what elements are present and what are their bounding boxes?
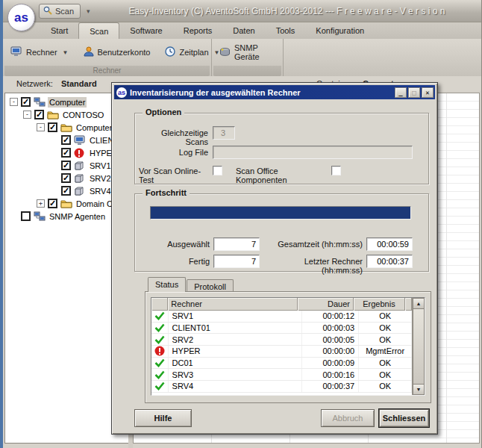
close-button[interactable]: ✕ (422, 87, 434, 98)
network-icon (34, 97, 46, 108)
ribbon-tab-daten[interactable]: Daten (222, 22, 265, 39)
table-header-row: Rechner Dauer Ergebnis (151, 298, 412, 311)
tab-protokoll[interactable]: Protokoll (187, 279, 234, 292)
tree-checkbox[interactable]: ✓ (61, 148, 71, 158)
tree-checkbox[interactable]: ✓ (48, 122, 57, 132)
snmp-geraete-button[interactable]: SNMP Geräte (212, 41, 283, 63)
ok-check-icon (151, 358, 169, 369)
row-ergebnis-cell: OK (359, 369, 412, 380)
ribbon-tab-tools[interactable]: Tools (266, 22, 306, 39)
tree-expander-icon[interactable]: - (37, 123, 45, 131)
tree-item[interactable]: - ✓ Computers (5, 121, 128, 134)
tree-checkbox[interactable]: ✓ (61, 161, 71, 170)
scan-table-row[interactable]: DC01 00:00:09 OK (151, 358, 412, 370)
snmp-devices-icon (219, 47, 231, 58)
row-dauer-cell: 00:00:00 (302, 346, 360, 357)
quick-access-scan-button[interactable]: Scan (39, 4, 81, 19)
dialog-titlebar[interactable]: as Inventarisierung der ausgewählten Rec… (114, 85, 435, 99)
optionen-legend: Optionen (143, 108, 184, 116)
tree-expander-icon[interactable]: - (23, 111, 31, 119)
tree-item[interactable]: ✓ CLIENT01 (5, 134, 128, 146)
tab-status[interactable]: Status (148, 277, 186, 292)
network-icon (34, 211, 46, 222)
maximize-button: □ (408, 87, 420, 98)
row-dauer-cell: 00:00:12 (302, 311, 360, 322)
gleichzeitige-scans-label: Gleichzeitige Scans (139, 128, 208, 146)
tree-checkbox[interactable]: ✓ (61, 173, 71, 183)
ergebnis-column-header[interactable]: Ergebnis (354, 298, 405, 311)
tree-item[interactable]: + ✓ Domain Co (5, 197, 128, 210)
tree-item-label: SRV1 (88, 161, 113, 171)
status-column-header[interactable] (151, 298, 168, 311)
tree-item[interactable]: ✓ SRV4 (5, 184, 128, 197)
computer-icon (74, 135, 86, 146)
scan-table-row[interactable]: SRV4 00:00:37 OK (151, 381, 412, 393)
tree-item[interactable]: SNMP Agenten (5, 210, 128, 223)
tree-item[interactable]: - ✓ Computer (5, 96, 128, 108)
window-titlebar: as Scan ▾ Easy-Inventory (C) AventoSoft … (3, 0, 481, 22)
ribbon-tab-start[interactable]: Start (40, 22, 78, 39)
schliessen-button[interactable]: Schliessen (379, 409, 429, 427)
scan-table-row[interactable]: SRV3 00:00:16 OK (151, 369, 412, 381)
tree-checkbox[interactable]: ✓ (34, 110, 44, 119)
office-komponenten-checkbox[interactable] (331, 166, 341, 175)
fertig-field: 7 (213, 255, 260, 268)
benutzerkonto-button-label: Benutzerkonto (98, 48, 151, 57)
scan-progress-bar (150, 206, 411, 220)
gesamtzeit-field: 00:00:59 (366, 237, 413, 251)
online-test-checkbox[interactable] (213, 166, 222, 175)
snmp-geraete-button-label: SNMP Geräte (234, 43, 275, 61)
benutzerkonto-button[interactable]: Benutzerkonto (76, 41, 158, 63)
ribbon-tab-reports[interactable]: Reports (173, 22, 223, 39)
tree-item-label: SRV2 (88, 173, 113, 184)
computer-tree: - ✓ Computer - ✓ CONTOSO - ✓ Computers ✓… (4, 93, 128, 444)
dauer-column-header[interactable]: Dauer (298, 298, 354, 311)
table-scrollbar[interactable]: ▲ ▼ (412, 298, 425, 395)
tree-expander-icon[interactable]: - (10, 98, 18, 106)
fortschritt-legend: Fortschritt (143, 188, 190, 197)
clock-icon (165, 46, 175, 58)
log-file-label: Log File (139, 148, 208, 157)
row-dauer-cell: 00:00:09 (302, 358, 360, 369)
tree-checkbox[interactable] (21, 211, 31, 221)
tree-expander-icon[interactable]: + (37, 199, 45, 208)
row-dauer-cell: 00:00:05 (302, 334, 360, 345)
ribbon-group-rechner: Rechner ▼ Benutzerkonto Zeitplan ▼ (3, 39, 212, 76)
status-tab-panel: Rechner Dauer Ergebnis SRV1 00:00:12 OK … (145, 291, 431, 403)
tree-checkbox[interactable]: ✓ (48, 199, 57, 208)
tree-item[interactable]: ✓ SRV1 (5, 159, 128, 172)
fortschritt-groupbox: Fortschritt Ausgewählt 7 Gesamtzeit (hh:… (134, 193, 429, 272)
chevron-down-icon: ▼ (63, 49, 69, 56)
hilfe-button[interactable]: Hilfe (134, 409, 192, 427)
scan-table-row[interactable]: SRV2 00:00:05 OK (151, 334, 412, 346)
scan-table-row[interactable]: HYPER 00:00:00 MgmtError (151, 346, 412, 358)
tree-checkbox[interactable]: ✓ (21, 97, 31, 107)
ribbon-tab-scan[interactable]: Scan (78, 22, 119, 39)
tree-item[interactable]: - ✓ CONTOSO (5, 108, 128, 121)
tree-item[interactable]: ✓ SRV2 (5, 172, 128, 184)
rechner-column-header[interactable]: Rechner (168, 298, 298, 311)
computer-icon (10, 46, 22, 58)
row-rechner-cell: SRV4 (169, 381, 302, 392)
ribbon-toolbar: Rechner ▼ Benutzerkonto Zeitplan ▼ (3, 39, 481, 76)
row-ergebnis-cell: MgmtError (359, 346, 412, 357)
rechner-button[interactable]: Rechner ▼ (3, 41, 76, 63)
scan-table-row[interactable]: CLIENT01 00:00:03 OK (151, 323, 412, 335)
ribbon-tab-software[interactable]: Software (119, 22, 172, 39)
scan-table-row[interactable]: SRV1 00:00:12 OK (151, 311, 412, 323)
minimize-button[interactable]: _ (395, 87, 407, 98)
ausgewaehlt-label: Ausgewählt (141, 240, 210, 249)
quick-access-toolbar: Scan ▾ (39, 4, 93, 19)
fertig-label: Fertig (141, 257, 210, 266)
quick-access-dropdown-button[interactable]: ▾ (84, 7, 93, 16)
tree-checkbox[interactable]: ✓ (61, 186, 71, 196)
tree-item[interactable]: ✓ HYPER (5, 146, 128, 159)
scroll-down-arrow-icon[interactable]: ▼ (413, 384, 425, 395)
ribbon-tab-konfiguration[interactable]: Konfiguration (305, 22, 375, 39)
tree-checkbox[interactable]: ✓ (61, 135, 71, 145)
letzter-rechner-label: Letzter Rechner (hh:mm:ss) (263, 257, 363, 275)
log-file-field (213, 146, 413, 159)
app-logo-icon[interactable]: as (7, 4, 35, 31)
scroll-up-arrow-icon[interactable]: ▲ (413, 298, 425, 309)
scrollbar-thumb[interactable] (413, 309, 425, 384)
